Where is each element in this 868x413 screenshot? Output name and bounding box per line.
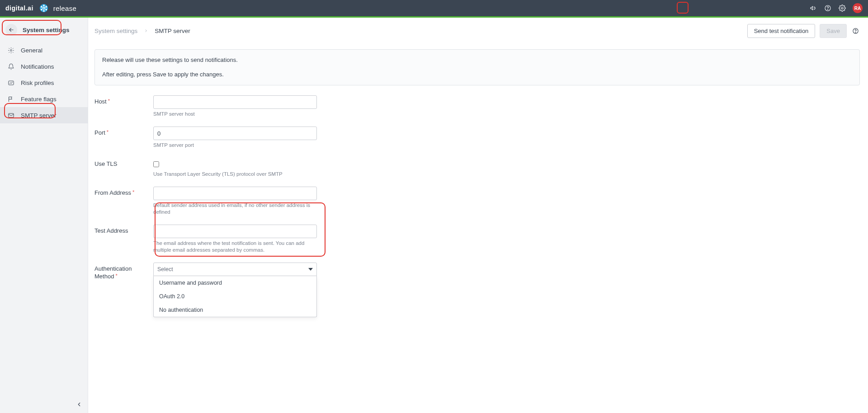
caret-down-icon bbox=[308, 267, 313, 272]
svg-point-3 bbox=[46, 9, 47, 10]
field-label: Host bbox=[94, 98, 107, 105]
svg-point-4 bbox=[43, 10, 44, 11]
sidebar-title: System settings bbox=[23, 27, 70, 33]
field-label: Use TLS bbox=[94, 160, 117, 167]
field-label: Authentication Method bbox=[94, 265, 132, 280]
chevron-right-icon bbox=[144, 28, 148, 34]
from-input[interactable] bbox=[153, 187, 317, 200]
svg-point-9 bbox=[841, 7, 843, 9]
avatar[interactable]: RA bbox=[853, 3, 863, 13]
field-test: Test Address The email address where the… bbox=[94, 225, 860, 259]
field-label: From Address bbox=[94, 189, 131, 196]
svg-point-10 bbox=[10, 49, 12, 51]
breadcrumb-current: SMTP server bbox=[155, 28, 190, 34]
field-port: Port* SMTP server port bbox=[94, 127, 860, 154]
gear-icon[interactable] bbox=[838, 4, 846, 12]
breadcrumb: System settings SMTP server bbox=[94, 28, 190, 34]
breadcrumb-parent[interactable]: System settings bbox=[94, 28, 137, 34]
tls-checkbox[interactable] bbox=[153, 161, 159, 167]
brand-company: digital.ai bbox=[5, 5, 33, 12]
auth-selected: Select bbox=[157, 266, 173, 272]
required-indicator: * bbox=[108, 98, 110, 103]
svg-point-5 bbox=[41, 9, 42, 10]
field-help: Use Transport Layer Security (TLS) proto… bbox=[153, 171, 317, 178]
required-indicator: * bbox=[132, 189, 134, 195]
help-icon[interactable] bbox=[852, 28, 859, 34]
back-button[interactable] bbox=[5, 24, 17, 36]
svg-point-2 bbox=[46, 6, 47, 7]
sidebar-item-label: Risk profiles bbox=[21, 80, 54, 86]
field-label: Test Address bbox=[94, 227, 128, 234]
auth-option[interactable]: OAuth 2.0 bbox=[154, 290, 316, 303]
bell-icon bbox=[7, 63, 14, 70]
svg-point-14 bbox=[855, 32, 856, 33]
content-header: System settings SMTP server Send test no… bbox=[88, 18, 868, 45]
field-tls: Use TLS Use Transport Layer Security (TL… bbox=[94, 158, 860, 183]
auth-option[interactable]: Username and password bbox=[154, 276, 316, 290]
host-input[interactable] bbox=[153, 95, 317, 109]
required-indicator: * bbox=[107, 129, 108, 135]
auth-option[interactable]: No authentication bbox=[154, 303, 316, 317]
save-button[interactable]: Save bbox=[820, 24, 847, 38]
brand-company-text: digital.ai bbox=[5, 5, 33, 12]
announce-icon[interactable] bbox=[809, 4, 817, 12]
test-input[interactable] bbox=[153, 225, 317, 238]
sidebar-item-label: Notifications bbox=[21, 63, 54, 70]
auth-select[interactable]: Select bbox=[153, 263, 317, 276]
field-help: SMTP server host bbox=[153, 111, 317, 117]
sidebar: System settings General Notifications Ri… bbox=[0, 18, 88, 413]
collapse-sidebar-button[interactable] bbox=[76, 401, 82, 408]
topbar: digital.ai release RA bbox=[0, 0, 868, 16]
port-input[interactable] bbox=[153, 127, 317, 140]
send-test-button[interactable]: Send test notification bbox=[747, 24, 816, 38]
info-line: After editing, press Save to apply the c… bbox=[102, 70, 852, 79]
content: System settings SMTP server Send test no… bbox=[88, 18, 868, 413]
field-auth: Authentication Method* Select Username a… bbox=[94, 263, 860, 317]
sidebar-item-label: SMTP server bbox=[21, 112, 57, 119]
svg-point-6 bbox=[41, 6, 42, 7]
brand-product: release bbox=[53, 5, 76, 12]
field-help: Default sender address used in emails, i… bbox=[153, 202, 317, 216]
mail-icon bbox=[7, 112, 14, 119]
required-indicator: * bbox=[115, 273, 117, 278]
sidebar-header: System settings bbox=[0, 18, 88, 42]
flag-icon bbox=[7, 95, 14, 103]
info-box: Release will use these settings to send … bbox=[94, 49, 860, 85]
sidebar-item-notifications[interactable]: Notifications bbox=[0, 58, 88, 75]
sidebar-item-label: Feature flags bbox=[21, 96, 57, 103]
svg-rect-12 bbox=[8, 113, 13, 117]
auth-dropdown: Username and password OAuth 2.0 No authe… bbox=[153, 276, 317, 317]
field-from: From Address* Default sender address use… bbox=[94, 187, 860, 221]
product-icon bbox=[40, 4, 48, 12]
svg-point-1 bbox=[43, 5, 44, 6]
sidebar-item-smtp[interactable]: SMTP server bbox=[0, 107, 88, 123]
sidebar-item-label: General bbox=[21, 47, 42, 54]
sidebar-item-general[interactable]: General bbox=[0, 42, 88, 58]
sidebar-item-risk[interactable]: Risk profiles bbox=[0, 75, 88, 91]
svg-point-0 bbox=[43, 7, 45, 9]
brand: digital.ai release bbox=[5, 4, 76, 12]
topbar-actions: RA bbox=[809, 3, 863, 13]
form-area: Release will use these settings to send … bbox=[88, 45, 868, 334]
field-help: SMTP server port bbox=[153, 142, 317, 149]
svg-point-8 bbox=[827, 9, 828, 10]
info-line: Release will use these settings to send … bbox=[102, 56, 852, 64]
risk-icon bbox=[7, 79, 14, 86]
sidebar-item-flags[interactable]: Feature flags bbox=[0, 91, 88, 107]
field-host: Host* SMTP server host bbox=[94, 95, 860, 123]
gear-icon bbox=[7, 47, 14, 54]
field-label: Port bbox=[94, 129, 105, 136]
help-icon[interactable] bbox=[824, 4, 832, 12]
field-help: The email address where the test notific… bbox=[153, 240, 317, 253]
